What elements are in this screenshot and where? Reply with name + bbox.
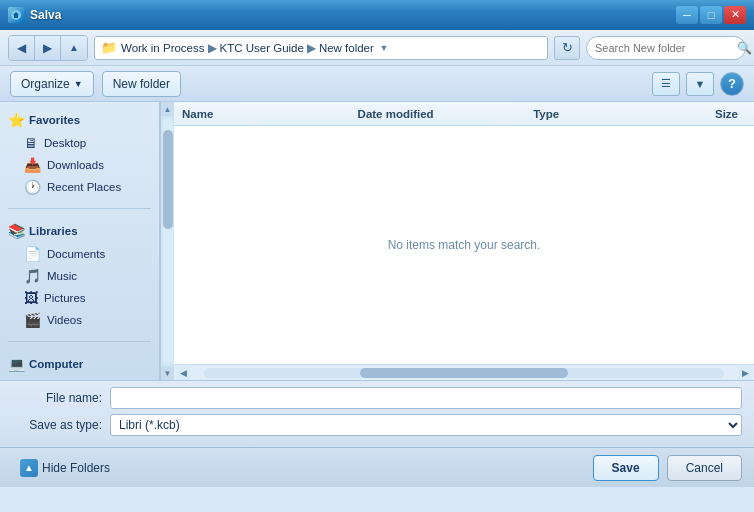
computer-icon: 💻 <box>8 356 25 372</box>
window-title: Salva <box>30 8 61 22</box>
filename-row: File name: <box>12 387 742 409</box>
sidebar-item-videos-label: Videos <box>47 314 82 326</box>
nav-button-group: ◀ ▶ ▲ <box>8 35 88 61</box>
sidebar-favorites-header[interactable]: ⭐ Favorites <box>0 108 159 132</box>
view-button[interactable]: ☰ <box>652 72 680 96</box>
saveastype-row: Save as type: Libri (*.kcb) <box>12 414 742 436</box>
horizontal-scrollbar: ◀ ▶ <box>174 364 754 380</box>
title-controls: ─ □ ✕ <box>676 6 746 24</box>
search-box: 🔍 <box>586 36 746 60</box>
toolbar: Organize ▼ New folder ☰ ▼ ? <box>0 66 754 102</box>
sidebar-item-music[interactable]: 🎵 Music <box>0 265 159 287</box>
sidebar-item-downloads-label: Downloads <box>47 159 104 171</box>
toolbar-right: ☰ ▼ ? <box>652 72 744 96</box>
sidebar-item-pictures-label: Pictures <box>44 292 86 304</box>
hscroll-thumb[interactable] <box>360 368 568 378</box>
sidebar-libraries-header[interactable]: 📚 Libraries <box>0 219 159 243</box>
breadcrumb-dropdown-button[interactable]: ▼ <box>374 36 394 60</box>
vscroll-track <box>163 118 173 364</box>
bottom-area: File name: Save as type: Libri (*.kcb) <box>0 380 754 447</box>
breadcrumb[interactable]: 📁 Work in Process ▶ KTC User Guide ▶ New… <box>94 36 548 60</box>
back-button[interactable]: ◀ <box>9 36 35 60</box>
sidebar-favorites-section: ⭐ Favorites 🖥 Desktop 📥 Downloads 🕐 Rece… <box>0 102 159 204</box>
sidebar-item-desktop-label: Desktop <box>44 137 86 149</box>
view-icon: ☰ <box>661 77 671 90</box>
view-dropdown-arrow-icon: ▼ <box>695 78 706 90</box>
search-icon[interactable]: 🔍 <box>737 41 752 55</box>
sidebar-computer-label: Computer <box>29 358 83 370</box>
action-bar: ▲ Hide Folders Save Cancel <box>0 447 754 487</box>
address-bar: ◀ ▶ ▲ 📁 Work in Process ▶ KTC User Guide… <box>0 30 754 66</box>
title-bar-left: Salva <box>8 7 61 23</box>
hscroll-right-button[interactable]: ▶ <box>738 366 752 380</box>
sidebar-scrollbar: ▲ ▼ <box>160 102 174 380</box>
main-area: ⭐ Favorites 🖥 Desktop 📥 Downloads 🕐 Rece… <box>0 102 754 380</box>
hide-folders-icon: ▲ <box>20 459 38 477</box>
sidebar-item-downloads[interactable]: 📥 Downloads <box>0 154 159 176</box>
column-header-date[interactable]: Date modified <box>358 108 534 120</box>
no-items-message: No items match your search. <box>388 238 541 252</box>
sidebar-item-music-label: Music <box>47 270 77 282</box>
sidebar-item-documents-label: Documents <box>47 248 105 260</box>
cancel-button[interactable]: Cancel <box>667 455 742 481</box>
documents-icon: 📄 <box>24 246 41 262</box>
search-input[interactable] <box>595 42 733 54</box>
sidebar-item-videos[interactable]: 🎬 Videos <box>0 309 159 331</box>
folder-icon: 📁 <box>101 40 117 55</box>
videos-icon: 🎬 <box>24 312 41 328</box>
vscroll-up-button[interactable]: ▲ <box>161 102 175 116</box>
hscroll-track <box>204 368 724 378</box>
up-button[interactable]: ▲ <box>61 36 87 60</box>
maximize-button[interactable]: □ <box>700 6 722 24</box>
organize-label: Organize <box>21 77 70 91</box>
column-header-size[interactable]: Size <box>650 108 746 120</box>
favorites-star-icon: ⭐ <box>8 112 25 128</box>
sidebar-item-documents[interactable]: 📄 Documents <box>0 243 159 265</box>
minimize-button[interactable]: ─ <box>676 6 698 24</box>
breadcrumb-arrow-1: ▶ <box>208 41 217 55</box>
file-list-header: Name Date modified Type Size <box>174 102 754 126</box>
saveastype-label: Save as type: <box>12 418 102 432</box>
hide-folders-label: Hide Folders <box>42 461 110 475</box>
forward-button[interactable]: ▶ <box>35 36 61 60</box>
sidebar-item-recent-places-label: Recent Places <box>47 181 121 193</box>
sidebar-item-desktop[interactable]: 🖥 Desktop <box>0 132 159 154</box>
new-folder-label: New folder <box>113 77 170 91</box>
hscroll-left-button[interactable]: ◀ <box>176 366 190 380</box>
view-dropdown-button[interactable]: ▼ <box>686 72 714 96</box>
sidebar-computer-section: 💻 Computer <box>0 346 159 380</box>
column-header-name[interactable]: Name <box>182 108 358 120</box>
sidebar-favorites-label: Favorites <box>29 114 80 126</box>
filename-input[interactable] <box>110 387 742 409</box>
saveastype-select[interactable]: Libri (*.kcb) <box>110 414 742 436</box>
recent-places-icon: 🕐 <box>24 179 41 195</box>
column-header-type[interactable]: Type <box>533 108 650 120</box>
new-folder-button[interactable]: New folder <box>102 71 181 97</box>
sidebar-computer-header[interactable]: 💻 Computer <box>0 352 159 376</box>
refresh-button[interactable]: ↻ <box>554 36 580 60</box>
sidebar-divider-1 <box>8 208 151 209</box>
sidebar-item-recent-places[interactable]: 🕐 Recent Places <box>0 176 159 198</box>
libraries-icon: 📚 <box>8 223 25 239</box>
file-list-body: No items match your search. <box>174 126 754 364</box>
file-area: Name Date modified Type Size No items ma… <box>174 102 754 380</box>
close-button[interactable]: ✕ <box>724 6 746 24</box>
breadcrumb-arrow-2: ▶ <box>307 41 316 55</box>
breadcrumb-part2: KTC User Guide <box>220 42 304 54</box>
sidebar-item-pictures[interactable]: 🖼 Pictures <box>0 287 159 309</box>
breadcrumb-part1: Work in Process <box>121 42 205 54</box>
organize-button[interactable]: Organize ▼ <box>10 71 94 97</box>
vscroll-thumb[interactable] <box>163 130 173 228</box>
sidebar: ⭐ Favorites 🖥 Desktop 📥 Downloads 🕐 Rece… <box>0 102 160 380</box>
help-button[interactable]: ? <box>720 72 744 96</box>
save-button[interactable]: Save <box>593 455 659 481</box>
music-icon: 🎵 <box>24 268 41 284</box>
sidebar-divider-2 <box>8 341 151 342</box>
pictures-icon: 🖼 <box>24 290 38 306</box>
desktop-icon: 🖥 <box>24 135 38 151</box>
sidebar-libraries-section: 📚 Libraries 📄 Documents 🎵 Music 🖼 Pictur… <box>0 213 159 337</box>
hide-folders-button[interactable]: ▲ Hide Folders <box>12 455 118 481</box>
sidebar-libraries-label: Libraries <box>29 225 78 237</box>
vscroll-down-button[interactable]: ▼ <box>161 366 175 380</box>
filename-label: File name: <box>12 391 102 405</box>
